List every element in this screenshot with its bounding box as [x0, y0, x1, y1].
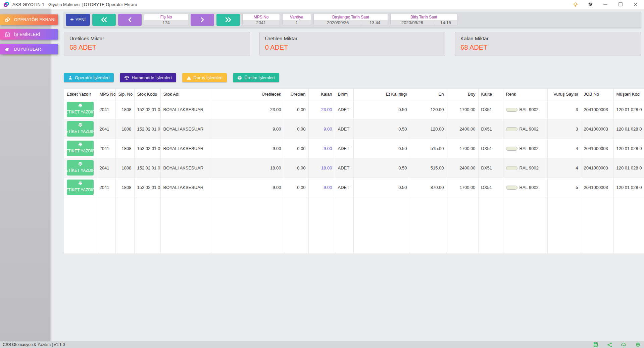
- etiket-yazdir-cell: ETİKET YAZDIR: [64, 158, 97, 178]
- cell-renk: RAL 9002: [503, 100, 547, 119]
- cell-birim: ADET: [335, 158, 353, 178]
- cell-vurus-sayisi: 3: [547, 119, 581, 139]
- next-record-button[interactable]: [191, 14, 214, 26]
- uretilen-miktar-card: Üretilen Miktar 0 ADET: [259, 32, 446, 56]
- cube-icon: [237, 76, 242, 80]
- table-row[interactable]: ETİKET YAZDIR20411808152 02 01 001BOYALI…: [64, 178, 644, 197]
- column-header[interactable]: Vuruş Sayısı: [547, 89, 581, 100]
- cell-et-kalinligi: 0.50: [353, 178, 410, 197]
- cell-stok-kodu: 152 02 01 001: [134, 139, 160, 158]
- scales-icon: [124, 75, 129, 80]
- card-value: 68 ADET: [69, 44, 244, 51]
- bitis-time-value[interactable]: 14:15: [434, 20, 457, 26]
- chevrons-right-icon: [225, 17, 232, 22]
- cell-boy: 2400.00: [447, 158, 478, 178]
- durus-islemleri-button[interactable]: Duruş İşlemleri: [182, 73, 227, 82]
- last-record-button[interactable]: [216, 14, 240, 26]
- previous-record-button[interactable]: [118, 14, 142, 26]
- table-row[interactable]: ETİKET YAZDIR20411808152 02 01 001BOYALI…: [64, 119, 644, 139]
- etiket-yazdir-button[interactable]: ETİKET YAZDIR: [67, 141, 94, 156]
- cell-boy: 1700.00: [447, 100, 478, 119]
- column-header[interactable]: Etiket Yazdır: [64, 89, 97, 100]
- cell-birim: ADET: [335, 139, 353, 158]
- color-swatch: [506, 166, 517, 170]
- table-row[interactable]: ETİKET YAZDIR20411808152 02 01 001BOYALI…: [64, 139, 644, 158]
- first-record-button[interactable]: [92, 14, 116, 26]
- column-header[interactable]: JOB No: [581, 89, 613, 100]
- sidebar-item-duyurular[interactable]: DUYURULAR: [0, 44, 58, 54]
- column-header[interactable]: Sip. No: [115, 89, 134, 100]
- sidebar-item-operator-ekrani[interactable]: OPERATÖR EKRANI: [0, 14, 58, 25]
- etiket-yazdir-button[interactable]: ETİKET YAZDIR: [67, 102, 94, 117]
- column-header[interactable]: Stok Adı: [160, 89, 212, 100]
- column-header[interactable]: Üretilen: [284, 89, 308, 100]
- uretilecek-miktar-card: Üretilcek Miktar 68 ADET: [64, 32, 250, 56]
- status-bar: CSS Otomasyon & Yazılım | v1.1.0: [0, 341, 644, 348]
- printer-icon: [78, 123, 83, 127]
- fis-no-value[interactable]: 174: [144, 20, 188, 26]
- cell-birim: ADET: [335, 100, 353, 119]
- column-header[interactable]: En: [410, 89, 447, 100]
- etiket-yazdir-cell: ETİKET YAZDIR: [64, 139, 97, 158]
- maximize-button[interactable]: [617, 1, 624, 7]
- column-header[interactable]: Et Kalınlığı: [353, 89, 410, 100]
- table-row[interactable]: ETİKET YAZDIR20411808152 02 01 001BOYALI…: [64, 158, 644, 178]
- cell-en: 870.00: [410, 178, 447, 197]
- orders-table-body: ETİKET YAZDIR20411808152 02 01 001BOYALI…: [64, 100, 644, 253]
- card-title: Üretilcek Miktar: [69, 36, 244, 41]
- cell-mps-no: 2041: [97, 100, 115, 119]
- baslangic-date-value[interactable]: 2020/09/26: [314, 20, 362, 26]
- cell-stok-kodu: 152 02 01 001: [134, 158, 160, 178]
- column-header[interactable]: Kalan: [308, 89, 335, 100]
- close-button[interactable]: [633, 1, 639, 7]
- hammadde-islemleri-button[interactable]: Hammadde İşlemleri: [120, 73, 176, 82]
- column-header[interactable]: Üretilecek: [212, 89, 284, 100]
- etiket-yazdir-button[interactable]: ETİKET YAZDIR: [67, 160, 94, 176]
- bitis-tarih-saat-field: Bitiş Tarih Saat 2020/09/26 14:15: [390, 14, 457, 26]
- cell-job-no: 2041000003: [581, 100, 613, 119]
- cell-et-kalinligi: 0.50: [353, 100, 410, 119]
- etiket-yazdir-button[interactable]: ETİKET YAZDIR: [67, 180, 94, 195]
- new-record-button[interactable]: YENİ: [66, 14, 90, 26]
- grid-empty-area: [64, 197, 644, 253]
- column-header[interactable]: Birim: [335, 89, 353, 100]
- cell-uretilecek: 9.00: [212, 178, 284, 197]
- cell-sip-no: 1808: [115, 100, 134, 119]
- column-header[interactable]: Renk: [503, 89, 547, 100]
- column-header[interactable]: Kalite: [478, 89, 503, 100]
- etiket-yazdir-button[interactable]: ETİKET YAZDIR: [67, 121, 94, 137]
- sidebar-item-is-emirleri[interactable]: İŞ EMİRLERİ: [0, 29, 58, 40]
- etiket-yazdir-cell: ETİKET YAZDIR: [64, 178, 97, 197]
- cell-musteri-kodu: 120 01 028 0: [613, 178, 644, 197]
- calendar-check-icon: [5, 32, 10, 37]
- cell-job-no: 2041000003: [581, 119, 613, 139]
- settings-gear-icon[interactable]: [587, 1, 593, 7]
- baslangic-time-value[interactable]: 13:44: [362, 20, 388, 26]
- cell-et-kalinligi: 0.50: [353, 119, 410, 139]
- column-header[interactable]: Stok Kodu: [134, 89, 160, 100]
- cell-boy: 1700.00: [447, 139, 478, 158]
- cell-sip-no: 1808: [115, 178, 134, 197]
- operator-islemleri-button[interactable]: Operatör İşlemleri: [64, 73, 114, 82]
- mps-no-label: MPS No: [243, 14, 280, 20]
- cell-job-no: 2041000003: [581, 139, 613, 158]
- cell-vurus-sayisi: 5: [547, 178, 581, 197]
- uretim-islemleri-button[interactable]: Üretim İşlemleri: [233, 73, 279, 82]
- column-header[interactable]: MPS No: [97, 89, 115, 100]
- cell-renk: RAL 9002: [503, 119, 547, 139]
- work-orders-grid: Etiket YazdırMPS NoSip. NoStok KoduStok …: [64, 88, 644, 253]
- bitis-date-value[interactable]: 2020/09/26: [391, 20, 434, 26]
- cell-uretilen: 0.00: [284, 119, 308, 139]
- minimize-button[interactable]: [602, 1, 608, 7]
- mps-no-value[interactable]: 2041: [243, 20, 280, 26]
- card-value: 68 ADET: [460, 44, 635, 51]
- vardiya-value[interactable]: 1: [283, 20, 311, 26]
- cell-uretilen: 0.00: [284, 178, 308, 197]
- table-row[interactable]: ETİKET YAZDIR20411808152 02 01 001BOYALI…: [64, 100, 644, 119]
- cell-en: 120.00: [410, 100, 447, 119]
- theme-bulb-icon[interactable]: [572, 1, 578, 7]
- card-value: 0 ADET: [265, 44, 440, 51]
- chevrons-left-icon: [101, 17, 107, 22]
- column-header[interactable]: Müşteri Kod: [613, 89, 644, 100]
- column-header[interactable]: Boy: [447, 89, 478, 100]
